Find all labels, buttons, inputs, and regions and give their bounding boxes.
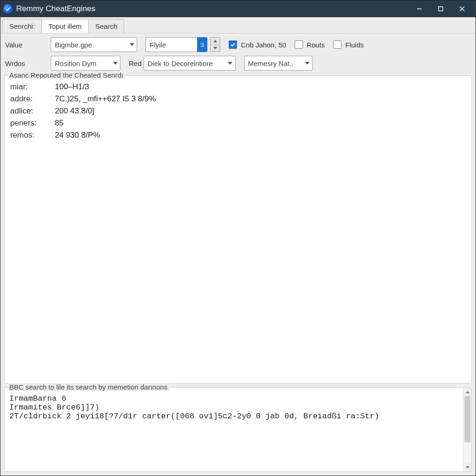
chevron-down-icon	[127, 38, 137, 52]
num-badge[interactable]: 3	[197, 37, 207, 52]
routs-label: Routs	[307, 41, 325, 49]
toolbar: Value 3	[0, 33, 476, 73]
app-window: Remmy CheatEngines Senrchi: Toput illem …	[0, 0, 476, 476]
result-row: adlice:200 43.8/0]	[10, 106, 466, 116]
result-row: miar:100–H1/3	[10, 82, 466, 92]
app-icon	[3, 4, 13, 13]
wrdos-label: Wrdos	[5, 60, 42, 67]
result-row: addre:7C,)25, _mfi++627 I5 3 8/9%	[10, 94, 466, 104]
flyile-combo[interactable]	[145, 37, 198, 52]
chevron-down-icon	[111, 56, 120, 70]
memory-input[interactable]	[245, 56, 303, 70]
tab-strip: Senrchi: Toput illem Search	[0, 17, 476, 33]
log-group: BBC search to lile its search by memetio…	[4, 387, 472, 472]
diek-input[interactable]	[144, 56, 225, 70]
spinner-up[interactable]	[211, 38, 220, 45]
client-area: Senrchi: Toput illem Search Value 3	[0, 17, 476, 476]
tab-senrchi[interactable]: Senrchi:	[2, 19, 42, 33]
diek-combo[interactable]	[144, 56, 236, 71]
log-body[interactable]: IrmamBarna 6 Irmamites Brce6]]7) 2T/cldr…	[5, 388, 463, 471]
red-label: Red	[129, 60, 142, 67]
maximize-button[interactable]	[430, 0, 451, 17]
fluids-checkbox[interactable]: Fluids	[333, 40, 364, 49]
minimize-button[interactable]	[409, 0, 430, 17]
log-legend: BBC search to lile its search by memetio…	[7, 383, 169, 391]
flyile-input[interactable]	[146, 38, 198, 52]
scroll-up-icon[interactable]	[463, 388, 471, 396]
spinner[interactable]	[210, 37, 220, 52]
fluids-label: Fluids	[345, 41, 364, 49]
checkbox-checked-icon	[229, 40, 237, 49]
results-legend: Asanc Repouted the Cheated Senrdı	[7, 71, 125, 79]
checkbox-empty-icon	[333, 40, 342, 49]
titlebar: Remmy CheatEngines	[0, 0, 476, 17]
cnb-checkbox[interactable]: Cnb Jahon, 50	[229, 40, 286, 49]
tab-toput-illem[interactable]: Toput illem	[41, 19, 89, 33]
toolbar-row-2: Wrdos Red	[5, 56, 471, 71]
value-label: Value	[5, 41, 42, 49]
svg-rect-1	[439, 7, 443, 11]
checkbox-empty-icon	[295, 40, 303, 49]
close-button[interactable]	[451, 0, 473, 17]
scroll-track[interactable]	[463, 396, 471, 463]
memory-combo[interactable]	[244, 56, 313, 71]
chevron-down-icon	[303, 56, 312, 70]
log-scrollbar[interactable]	[463, 388, 471, 471]
value-type-input[interactable]	[51, 38, 127, 52]
results-group: Asanc Repouted the Cheated Senrdı miar:1…	[4, 75, 472, 383]
scroll-thumb[interactable]	[464, 396, 470, 443]
result-row: peners:85	[10, 119, 466, 128]
value-type-combo[interactable]	[51, 37, 137, 52]
window-title: Remmy CheatEngines	[16, 4, 95, 13]
rosition-combo[interactable]	[51, 56, 120, 71]
result-row: remos:24 930 8/P%	[10, 131, 466, 140]
routs-checkbox[interactable]: Routs	[295, 40, 325, 49]
scroll-down-icon[interactable]	[463, 463, 471, 471]
rosition-input[interactable]	[51, 56, 111, 70]
results-body: miar:100–H1/3 addre:7C,)25, _mfi++627 I5…	[5, 76, 471, 146]
tab-search[interactable]: Search	[88, 19, 125, 33]
chevron-down-icon	[225, 56, 235, 70]
toolbar-row-1: Value 3	[5, 37, 471, 52]
spinner-down[interactable]	[211, 45, 220, 52]
cnb-label: Cnb Jahon, 50	[241, 41, 286, 49]
